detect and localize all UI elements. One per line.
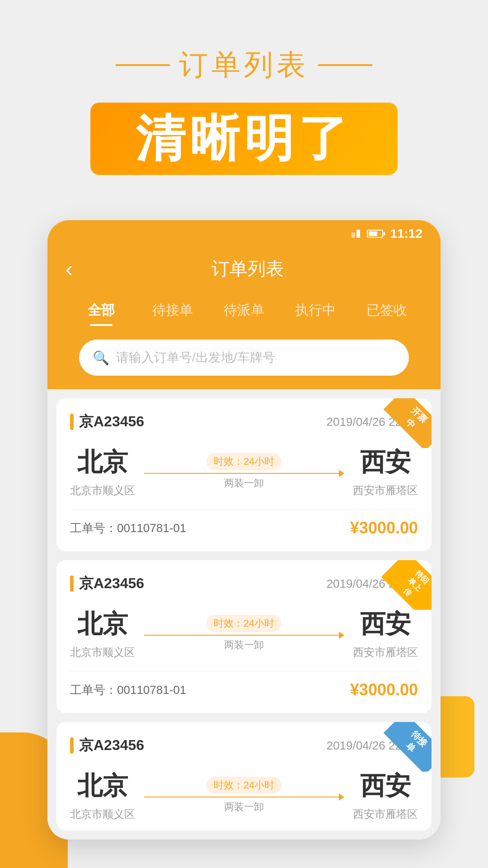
to-city-2: 西安 西安市雁塔区 — [353, 607, 418, 660]
route-middle-2: 时效：24小时 两装一卸 — [135, 615, 353, 652]
route-1: 北京 北京市顺义区 时效：24小时 两装一卸 西安 西安市雁塔区 — [70, 445, 418, 498]
from-city-2: 北京 北京市顺义区 — [70, 607, 135, 660]
time-limit-2: 时效：24小时 — [206, 615, 282, 632]
header-nav: ‹ 订单列表 — [66, 256, 422, 290]
search-icon: 🔍 — [93, 350, 109, 366]
to-city-3: 西安 西安市雁塔区 — [353, 769, 418, 821]
page-background: 订单列表 清晰明了 11:12 ‹ 订单列表 — [0, 0, 488, 868]
subtitle-text: 清晰明了 — [136, 105, 352, 173]
time-limit-3: 时效：24小时 — [206, 777, 282, 794]
plate-2: 京A23456 — [70, 574, 144, 594]
phone-frame: 11:12 ‹ 订单列表 全部 待接单 待派单 — [47, 220, 441, 840]
battery-fill — [369, 231, 377, 236]
subtitle-banner: 清晰明了 — [90, 103, 398, 175]
status-badge-label-2: 待回单上传 — [382, 560, 432, 610]
order-price-2: ¥3000.00 — [350, 680, 418, 699]
page-title: 订单列表 — [179, 45, 309, 85]
title-row: 订单列表 — [116, 45, 372, 85]
tab-pending-dispatch[interactable]: 待派单 — [208, 295, 280, 326]
order-price-1: ¥3000.00 — [350, 519, 418, 538]
status-badge-label-3: 待接单 — [384, 722, 432, 772]
search-area: 🔍 请输入订单号/出发地/车牌号 — [66, 330, 422, 389]
plate-indicator-3 — [70, 737, 74, 754]
status-badge-3: 待接单 — [382, 722, 432, 772]
route-line-3 — [144, 797, 344, 797]
plate-indicator-2 — [70, 576, 74, 592]
plate-indicator-1 — [70, 414, 74, 430]
title-line-left — [116, 64, 170, 66]
tab-pending-accept[interactable]: 待接单 — [137, 295, 208, 326]
title-section: 订单列表 清晰明了 — [0, 0, 488, 175]
to-city-1: 西安 西安市雁塔区 — [353, 445, 418, 498]
signal-icon — [349, 230, 360, 238]
route-3: 北京 北京市顺义区 时效：24小时 两装一卸 西安 西安市雁塔区 — [70, 769, 418, 821]
status-bar: 11:12 — [47, 220, 441, 247]
order-header-3: 京A23456 2019/04/26 22:30 — [70, 736, 418, 755]
from-city-1: 北京 北京市顺义区 — [70, 445, 135, 498]
plate-1: 京A23456 — [70, 412, 144, 432]
status-badge-label-1: 开票中 — [384, 398, 432, 448]
order-card-2[interactable]: 待回单上传 京A23456 2019/04/26 22:30 北京 北京市顺义区 — [56, 560, 432, 713]
phone-mockup: 11:12 ‹ 订单列表 全部 待接单 待派单 — [47, 193, 441, 840]
battery-icon — [367, 230, 383, 238]
order-footer-1: 工单号：00110781-01 ¥3000.00 — [70, 509, 418, 538]
route-2: 北京 北京市顺义区 时效：24小时 两装一卸 西安 西安市雁塔区 — [70, 607, 418, 660]
tab-in-progress[interactable]: 执行中 — [280, 295, 351, 326]
status-time: 11:12 — [390, 226, 422, 241]
tabs-container: 全部 待接单 待派单 执行中 已签收 — [66, 290, 422, 330]
status-badge-2: 待回单上传 — [382, 560, 432, 610]
app-header: ‹ 订单列表 全部 待接单 待派单 执行中 — [47, 247, 441, 389]
route-line-2 — [144, 635, 344, 636]
order-card-1[interactable]: 开票中 京A23456 2019/04/26 22:30 北京 北京市顺义区 — [56, 398, 432, 551]
route-middle-3: 时效：24小时 两装一卸 — [135, 777, 353, 814]
title-line-right — [318, 64, 372, 66]
time-limit-1: 时效：24小时 — [206, 453, 282, 470]
search-bar[interactable]: 🔍 请输入订单号/出发地/车牌号 — [79, 340, 409, 376]
search-input-placeholder: 请输入订单号/出发地/车牌号 — [116, 349, 275, 366]
route-line-1 — [144, 473, 344, 474]
tab-signed[interactable]: 已签收 — [351, 295, 422, 326]
cargo-3: 两装一卸 — [224, 800, 264, 814]
cargo-2: 两装一卸 — [224, 638, 264, 652]
order-card-3[interactable]: 待接单 京A23456 2019/04/26 22:30 北京 北京市顺义区 — [56, 722, 432, 830]
status-badge-1: 开票中 — [382, 398, 432, 448]
order-footer-2: 工单号：00110781-01 ¥3000.00 — [70, 671, 418, 699]
tab-all[interactable]: 全部 — [66, 295, 137, 326]
from-city-3: 北京 北京市顺义区 — [70, 769, 135, 821]
back-button[interactable]: ‹ — [66, 258, 73, 280]
order-header-1: 京A23456 2019/04/26 22:30 — [70, 412, 418, 432]
content-area: 开票中 京A23456 2019/04/26 22:30 北京 北京市顺义区 — [47, 389, 441, 840]
route-middle-1: 时效：24小时 两装一卸 — [135, 453, 353, 490]
cargo-1: 两装一卸 — [224, 476, 264, 490]
work-order-2: 工单号：00110781-01 — [70, 682, 186, 698]
order-header-2: 京A23456 2019/04/26 22:30 — [70, 574, 418, 594]
work-order-1: 工单号：00110781-01 — [70, 520, 186, 536]
header-title: 订单列表 — [73, 256, 422, 281]
plate-3: 京A23456 — [70, 736, 144, 755]
